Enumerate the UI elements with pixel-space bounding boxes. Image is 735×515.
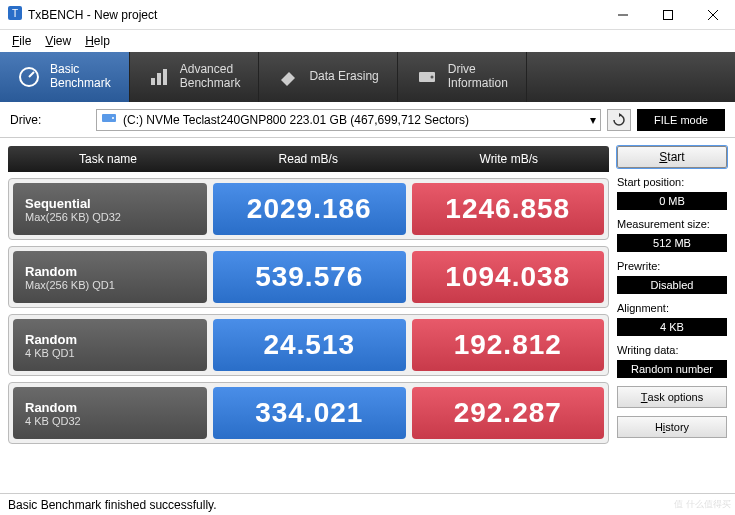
file-mode-button[interactable]: FILE mode — [637, 109, 725, 131]
svg-point-14 — [112, 117, 114, 119]
task-subtitle: 4 KB QD1 — [25, 347, 195, 359]
window-title: TxBENCH - New project — [28, 8, 157, 22]
read-value: 539.576 — [213, 251, 406, 303]
svg-text:T: T — [12, 8, 18, 19]
task-subtitle: Max(256 KB) QD32 — [25, 211, 195, 223]
app-icon: T — [8, 6, 22, 23]
svg-point-12 — [430, 76, 433, 79]
header-write: Write mB/s — [409, 146, 610, 172]
header-read: Read mB/s — [208, 146, 409, 172]
read-value: 334.021 — [213, 387, 406, 439]
write-value: 192.812 — [412, 319, 605, 371]
write-value: 1094.038 — [412, 251, 605, 303]
refresh-button[interactable] — [607, 109, 631, 131]
measurement-size-value[interactable]: 512 MB — [617, 234, 727, 252]
task-cell: Random Max(256 KB) QD1 — [13, 251, 207, 303]
start-position-value[interactable]: 0 MB — [617, 192, 727, 210]
writing-data-label: Writing data: — [617, 344, 727, 356]
header-task: Task name — [8, 146, 208, 172]
erase-icon — [277, 66, 299, 88]
svg-line-7 — [29, 72, 34, 77]
tab-advanced-benchmark[interactable]: AdvancedBenchmark — [130, 52, 260, 102]
task-name: Sequential — [25, 196, 195, 211]
task-name: Random — [25, 264, 195, 279]
start-position-label: Start position: — [617, 176, 727, 188]
menu-file[interactable]: File — [6, 32, 37, 50]
task-name: Random — [25, 332, 195, 347]
menu-view[interactable]: View — [39, 32, 77, 50]
tab-label: Data Erasing — [309, 70, 378, 84]
maximize-button[interactable] — [645, 0, 690, 29]
task-cell: Sequential Max(256 KB) QD32 — [13, 183, 207, 235]
start-button[interactable]: Start — [617, 146, 727, 168]
close-button[interactable] — [690, 0, 735, 29]
task-cell: Random 4 KB QD32 — [13, 387, 207, 439]
svg-rect-8 — [151, 78, 155, 85]
task-options-button[interactable]: Task options — [617, 386, 727, 408]
disk-icon — [101, 111, 117, 128]
tab-label: AdvancedBenchmark — [180, 63, 241, 91]
drive-icon — [416, 66, 438, 88]
read-value: 24.513 — [213, 319, 406, 371]
alignment-value[interactable]: 4 KB — [617, 318, 727, 336]
prewrite-value[interactable]: Disabled — [617, 276, 727, 294]
write-value: 1246.858 — [412, 183, 605, 235]
gauge-icon — [18, 66, 40, 88]
task-name: Random — [25, 400, 195, 415]
drive-label: Drive: — [10, 113, 90, 127]
table-row: Sequential Max(256 KB) QD32 2029.186 124… — [8, 178, 609, 240]
status-text: Basic Benchmark finished successfully. — [8, 498, 217, 512]
table-row: Random 4 KB QD1 24.513 192.812 — [8, 314, 609, 376]
chevron-down-icon: ▾ — [590, 113, 596, 127]
task-cell: Random 4 KB QD1 — [13, 319, 207, 371]
tab-basic-benchmark[interactable]: BasicBenchmark — [0, 52, 130, 102]
writing-data-value[interactable]: Random number — [617, 360, 727, 378]
tab-label: BasicBenchmark — [50, 63, 111, 91]
tab-data-erasing[interactable]: Data Erasing — [259, 52, 397, 102]
tab-label: DriveInformation — [448, 63, 508, 91]
drive-select[interactable]: (C:) NVMe Teclast240GNP800 223.01 GB (46… — [96, 109, 601, 131]
history-button[interactable]: History — [617, 416, 727, 438]
task-subtitle: 4 KB QD32 — [25, 415, 195, 427]
svg-rect-10 — [163, 69, 167, 85]
table-row: Random 4 KB QD32 334.021 292.287 — [8, 382, 609, 444]
tab-drive-information[interactable]: DriveInformation — [398, 52, 527, 102]
svg-rect-9 — [157, 73, 161, 85]
alignment-label: Alignment: — [617, 302, 727, 314]
write-value: 292.287 — [412, 387, 605, 439]
measurement-size-label: Measurement size: — [617, 218, 727, 230]
bars-icon — [148, 66, 170, 88]
svg-rect-3 — [663, 10, 672, 19]
menu-help[interactable]: Help — [79, 32, 116, 50]
task-subtitle: Max(256 KB) QD1 — [25, 279, 195, 291]
read-value: 2029.186 — [213, 183, 406, 235]
table-row: Random Max(256 KB) QD1 539.576 1094.038 — [8, 246, 609, 308]
drive-value: (C:) NVMe Teclast240GNP800 223.01 GB (46… — [123, 113, 469, 127]
minimize-button[interactable] — [600, 0, 645, 29]
prewrite-label: Prewrite: — [617, 260, 727, 272]
